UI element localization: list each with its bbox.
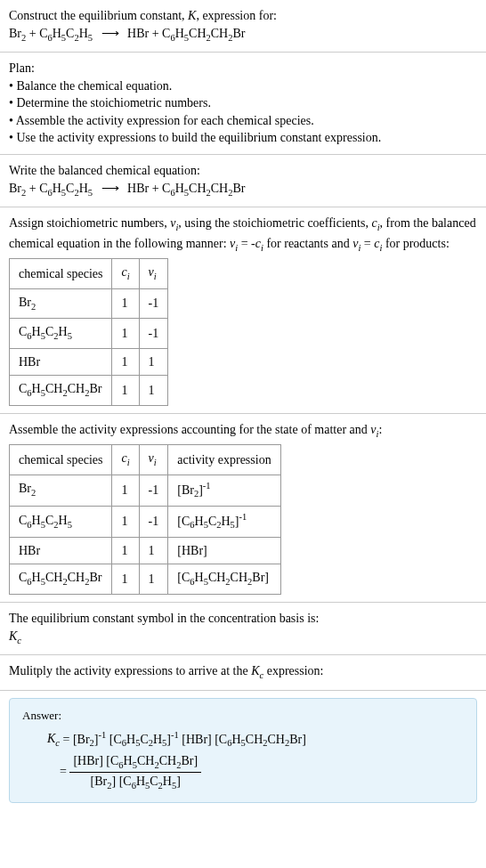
balanced-section: Write the balanced chemical equation: Br…: [0, 155, 486, 207]
table-row: HBr 1 1: [10, 348, 168, 376]
table-row: C6H5C2H5 1 -1 [C6H5C2H5]-1: [10, 506, 281, 537]
table-row: Br2 1 -1 [Br2]-1: [10, 475, 281, 506]
multiply-text: Mulitply the activity expressions to arr…: [9, 662, 477, 682]
table-row: C6H5CH2CH2Br 1 1: [10, 376, 168, 405]
plan-section: Plan: • Balance the chemical equation. •…: [0, 53, 486, 155]
activity-section: Assemble the activity expressions accoun…: [0, 414, 486, 603]
answer-label: Answer:: [22, 708, 464, 724]
plan-bullet-2: • Determine the stoichiometric numbers.: [9, 94, 477, 112]
plan-bullet-1: • Balance the chemical equation.: [9, 77, 477, 95]
stoich-table: chemical species ci νi Br2 1 -1 C6H5C2H5…: [9, 258, 168, 406]
stoich-section: Assign stoichiometric numbers, νi, using…: [0, 207, 486, 414]
plan-title: Plan:: [9, 60, 477, 77]
col-activity: activity expression: [168, 445, 280, 475]
intro-title: Construct the equilibrium constant, K, e…: [9, 7, 477, 25]
col-ci: ci: [112, 259, 139, 288]
table-header-row: chemical species ci νi: [10, 259, 168, 288]
col-species: chemical species: [10, 259, 112, 288]
table-row: C6H5C2H5 1 -1: [10, 319, 168, 348]
balanced-equation: Br2 + C6H5C2H5 ⟶ HBr + C6H5CH2CH2Br: [9, 180, 477, 199]
col-vi: νi: [139, 259, 168, 288]
activity-table: chemical species ci νi activity expressi…: [9, 444, 281, 595]
table-row: C6H5CH2CH2Br 1 1 [C6H5CH2CH2Br]: [10, 564, 281, 594]
plan-bullet-4: • Use the activity expressions to build …: [9, 129, 477, 147]
kc-symbol: Kc: [9, 628, 477, 647]
answer-box: Answer: Kc = [Br2]-1 [C6H5C2H5]-1 [HBr] …: [9, 698, 477, 803]
balanced-title: Write the balanced chemical equation:: [9, 162, 477, 180]
table-row: Br2 1 -1: [10, 288, 168, 318]
answer-equation-line2: = [HBr] [C6H5CH2CH2Br] [Br2] [C6H5C2H5]: [60, 752, 464, 793]
kc-symbol-text: The equilibrium constant symbol in the c…: [9, 610, 477, 628]
activity-intro: Assemble the activity expressions accoun…: [9, 421, 477, 441]
intro-section: Construct the equilibrium constant, K, e…: [0, 0, 486, 53]
table-header-row: chemical species ci νi activity expressi…: [10, 445, 281, 475]
answer-equation-line1: Kc = [Br2]-1 [C6H5C2H5]-1 [HBr] [C6H5CH2…: [47, 729, 464, 750]
col-species: chemical species: [10, 445, 112, 475]
kc-symbol-section: The equilibrium constant symbol in the c…: [0, 603, 486, 655]
plan-bullet-3: • Assemble the activity expression for e…: [9, 112, 477, 130]
intro-equation: Br2 + C6H5C2H5 ⟶ HBr + C6H5CH2CH2Br: [9, 25, 477, 45]
table-row: HBr 1 1 [HBr]: [10, 537, 281, 564]
col-ci: ci: [112, 445, 139, 475]
stoich-intro: Assign stoichiometric numbers, νi, using…: [9, 215, 477, 255]
col-vi: νi: [139, 445, 168, 475]
multiply-section: Mulitply the activity expressions to arr…: [0, 655, 486, 690]
